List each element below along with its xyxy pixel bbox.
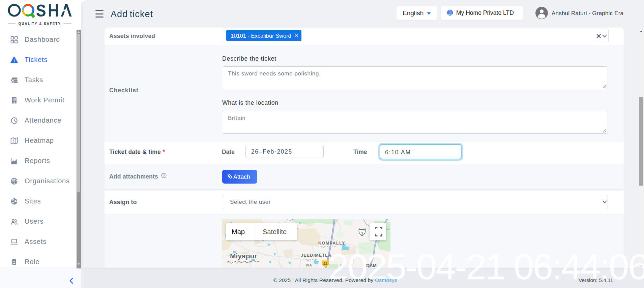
svg-text:JEEDIMETLA: JEEDIMETLA — [301, 253, 331, 258]
svg-text:Satellite: Satellite — [263, 228, 287, 235]
svg-text:Map: Map — [232, 228, 245, 235]
svg-text:QUALITY & SAFETY: QUALITY & SAFETY — [19, 22, 61, 26]
svg-text:?: ? — [163, 173, 165, 177]
svg-text:WA: WA — [306, 263, 312, 267]
svg-text:44: 44 — [323, 262, 328, 266]
svg-text:1: 1 — [361, 231, 363, 235]
svg-text:Miyapur: Miyapur — [230, 252, 257, 260]
svg-text:S: S — [36, 1, 46, 20]
svg-text:KOMPALLY: KOMPALLY — [318, 241, 345, 246]
